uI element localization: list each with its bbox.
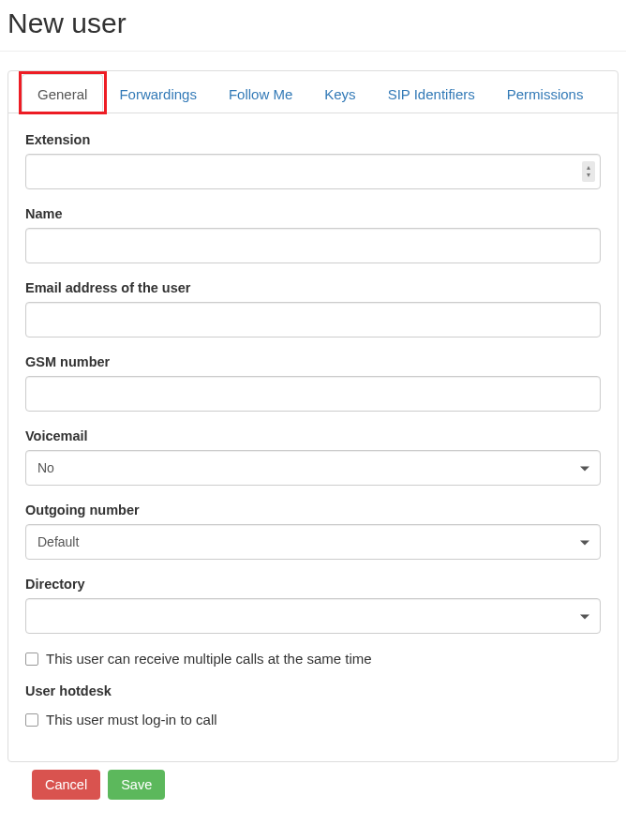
name-input[interactable]	[25, 228, 601, 263]
outgoing-number-select[interactable]: Default	[25, 524, 601, 560]
gsm-label: GSM number	[25, 354, 601, 369]
tab-keys[interactable]: Keys	[308, 74, 371, 113]
voicemail-label: Voicemail	[25, 428, 601, 443]
extension-label: Extension	[25, 132, 601, 147]
tab-sip-identifiers[interactable]: SIP Identifiers	[372, 74, 491, 113]
tab-follow-me[interactable]: Follow Me	[213, 74, 308, 113]
must-login-checkbox[interactable]	[25, 713, 38, 727]
outgoing-number-group: Outgoing number Default	[25, 502, 601, 560]
name-group: Name	[25, 206, 601, 263]
voicemail-select[interactable]: No	[25, 450, 601, 486]
form-panel: General Forwardings Follow Me Keys SIP I…	[7, 70, 619, 762]
name-label: Name	[25, 206, 601, 221]
gsm-input[interactable]	[25, 376, 601, 412]
extension-input[interactable]	[25, 154, 601, 189]
tab-forwardings[interactable]: Forwardings	[103, 74, 213, 113]
multi-calls-checkbox[interactable]	[25, 652, 38, 666]
gsm-group: GSM number	[25, 354, 601, 412]
button-row: Cancel Save	[0, 770, 626, 800]
must-login-label[interactable]: This user must log-in to call	[46, 712, 217, 728]
email-group: Email address of the user	[25, 280, 601, 338]
directory-group: Directory	[25, 577, 601, 634]
multi-calls-group: This user can receive multiple calls at …	[25, 651, 601, 667]
extension-group: Extension ▴ ▾	[25, 132, 601, 189]
voicemail-group: Voicemail No	[25, 428, 601, 486]
multi-calls-label[interactable]: This user can receive multiple calls at …	[46, 651, 372, 667]
must-login-group: This user must log-in to call	[25, 712, 601, 728]
cancel-button[interactable]: Cancel	[32, 770, 100, 800]
email-label: Email address of the user	[25, 280, 601, 295]
page-title: New user	[0, 0, 626, 52]
email-input[interactable]	[25, 302, 601, 338]
hotdesk-section-label: User hotdesk	[25, 683, 601, 698]
directory-label: Directory	[25, 577, 601, 592]
save-button[interactable]: Save	[108, 770, 165, 800]
tab-permissions[interactable]: Permissions	[491, 74, 600, 113]
directory-select[interactable]	[25, 598, 601, 634]
tabs-nav: General Forwardings Follow Me Keys SIP I…	[8, 71, 618, 113]
form-body: Extension ▴ ▾ Name Email address of the …	[8, 113, 618, 761]
tab-general[interactable]: General	[22, 74, 103, 113]
outgoing-number-label: Outgoing number	[25, 502, 601, 518]
